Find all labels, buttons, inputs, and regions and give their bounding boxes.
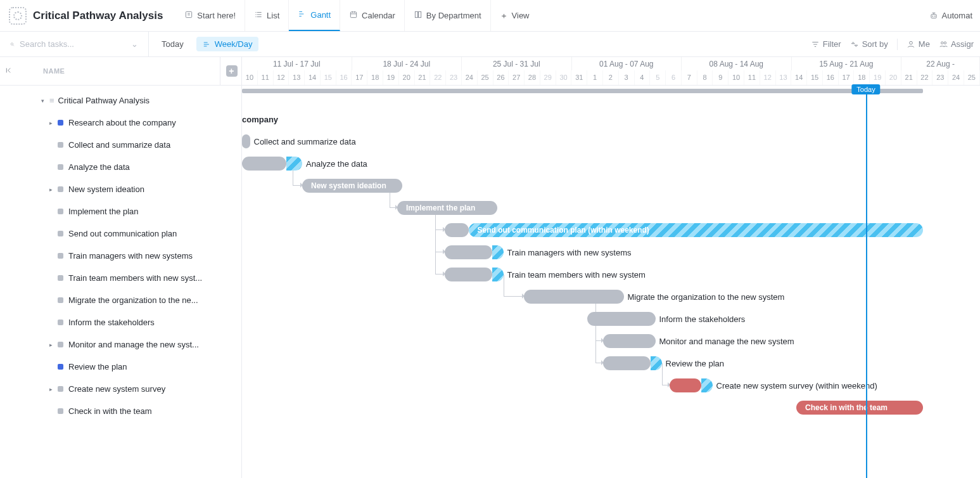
gantt-bar[interactable] [670,378,701,392]
add-view-button[interactable]: ＋ View [491,0,538,31]
gantt-bar[interactable] [587,312,656,326]
gantt-bar[interactable]: Check in with the team [796,401,923,415]
search-input[interactable] [20,39,126,49]
expand-icon[interactable]: ▸ [47,186,54,193]
status-icon[interactable] [56,120,65,126]
status-icon[interactable] [56,253,65,259]
expand-icon[interactable]: ▸ [47,386,54,392]
zoom-button[interactable]: Week/Day [196,37,259,51]
day-header: 18 [854,70,870,85]
task-row[interactable]: ▸Research about the company [0,112,241,134]
status-icon[interactable] [56,142,65,148]
gantt-bar[interactable] [603,334,656,348]
status-icon[interactable] [56,231,65,237]
bar-label: Analyze the data [306,157,367,171]
tab-gantt[interactable]: Gantt [289,0,340,31]
bar-stripe-segment[interactable]: Send out communication plan (within week… [469,223,924,237]
task-row[interactable]: Review the plan [0,356,241,378]
assignee-button[interactable]: Assigr [939,39,974,49]
task-row[interactable]: ▸Monitor and manage the new syst... [0,333,241,356]
day-header: 10 [242,70,258,85]
gantt-bar[interactable] [445,245,492,259]
day-header: 2 [603,70,619,85]
gantt-bar[interactable] [603,356,651,370]
status-icon[interactable] [56,408,65,415]
svg-rect-3 [418,11,421,17]
gantt-body[interactable]: TodaycompanyCollect and summarize dataAn… [242,86,980,478]
gantt-bar[interactable] [524,290,624,304]
task-list: ▾≡Critical Pathway Analysis▸Research abo… [0,86,241,422]
search-wrap: ⌄ [0,32,149,56]
expand-icon[interactable]: ▸ [47,342,54,348]
day-header: 23 [446,70,462,85]
gantt-bar[interactable] [242,157,286,171]
gantt-bar[interactable] [445,268,492,281]
gantt-bar[interactable] [242,134,250,148]
tab-start-here-[interactable]: Start here! [175,0,245,31]
task-row[interactable]: Analyze the data [0,156,241,178]
task-label: Train team members with new syst... [68,273,202,283]
day-header: 25 [964,70,980,85]
tab-calendar[interactable]: Calendar [340,0,405,31]
task-group-row[interactable]: ▾≡Critical Pathway Analysis [0,89,241,112]
gantt-bar[interactable]: Implement the plan [397,201,497,215]
tab-by-department[interactable]: By Department [405,0,491,31]
week-header: 11 Jul - 17 Jul [242,57,352,70]
status-icon[interactable] [56,275,65,281]
status-icon[interactable] [56,364,65,370]
task-row[interactable]: ▸Create new system survey [0,378,241,400]
collapse-panel-icon[interactable] [5,66,14,76]
bar-overflow-stripe [492,268,504,281]
svg-point-9 [941,41,943,44]
name-column-header: NAME [43,67,65,75]
day-header: 15 [807,70,823,85]
task-row[interactable]: Check in with the team [0,400,241,422]
filter-button[interactable]: Filter [811,39,841,49]
task-row[interactable]: Implement the plan [0,200,241,223]
add-column-button[interactable]: + [226,65,238,77]
status-icon[interactable] [56,209,65,215]
task-row[interactable]: ▸New system ideation [0,178,241,200]
week-header: 08 Aug - 14 Aug [682,57,792,70]
gantt-chart[interactable]: 11 Jul - 17 Jul18 Jul - 24 Jul25 Jul - 3… [242,57,980,478]
today-line [866,86,867,478]
expand-icon[interactable]: ▸ [47,120,54,126]
status-icon[interactable] [56,164,65,171]
tab-list[interactable]: List [245,0,289,31]
status-icon[interactable] [56,297,65,304]
day-header: 22 [917,70,933,85]
day-header: 1 [587,70,603,85]
search-dropdown-icon[interactable]: ⌄ [131,39,138,49]
summary-bar[interactable] [242,89,923,93]
automate-button[interactable]: Automat [922,11,980,20]
task-row[interactable]: Migrate the organization to the ne... [0,289,241,311]
sortby-button[interactable]: Sort by [850,39,888,49]
task-row[interactable]: Inform the stakeholders [0,311,241,333]
gantt-bar[interactable]: New system ideation [302,179,402,193]
day-header: 30 [556,70,572,85]
status-icon[interactable] [56,386,65,392]
status-icon[interactable] [56,320,65,326]
me-button[interactable]: Me [907,39,930,49]
svg-rect-1 [350,12,356,18]
add-column-cell: + [220,57,243,86]
task-row[interactable]: Collect and summarize data [0,134,241,156]
svg-point-7 [11,42,13,45]
list-icon: ≡ [49,96,54,105]
task-row[interactable]: Train managers with new systems [0,245,241,267]
gantt-bar[interactable] [445,223,469,237]
day-header: 16 [336,70,352,85]
automate-label: Automat [942,11,972,20]
today-button[interactable]: Today [155,37,190,51]
task-row[interactable]: Send out communication plan [0,223,241,245]
bar-inlabel: Implement the plan [397,203,475,212]
day-header: 6 [666,70,682,85]
task-label: Check in with the team [68,406,152,416]
status-icon[interactable] [56,186,65,193]
task-label: Research about the company [68,118,176,127]
task-row[interactable]: Train team members with new syst... [0,267,241,289]
collapse-icon[interactable]: ▾ [38,98,47,104]
space-icon[interactable] [9,7,27,25]
status-icon[interactable] [56,342,65,348]
day-header: 21 [901,70,917,85]
